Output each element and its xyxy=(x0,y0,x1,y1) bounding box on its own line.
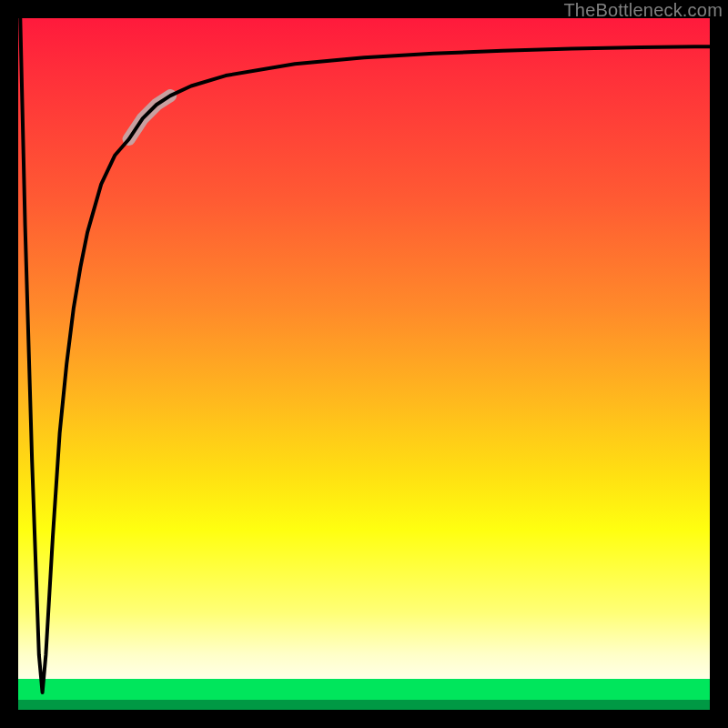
chart-frame: TheBottleneck.com xyxy=(0,0,728,728)
bottleneck-curve xyxy=(20,18,710,693)
attribution-text: TheBottleneck.com xyxy=(563,0,723,21)
curve-layer xyxy=(18,18,710,710)
